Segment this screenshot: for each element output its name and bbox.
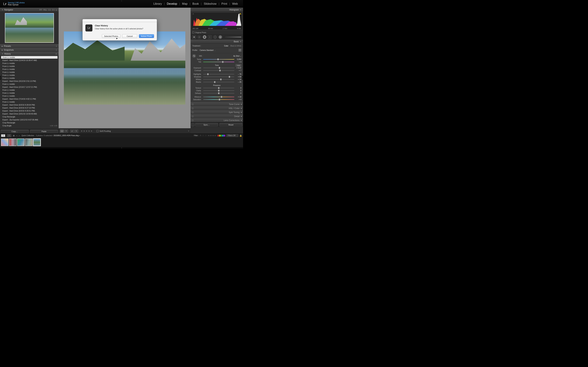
whites-slider[interactable]: [203, 79, 234, 80]
dehaze-value[interactable]: 0: [235, 92, 241, 94]
module-web[interactable]: Web: [230, 2, 240, 5]
secondary-tab-2[interactable]: 2: [7, 134, 11, 137]
module-develop[interactable]: Develop: [165, 2, 179, 5]
vibrance-slider[interactable]: [203, 97, 234, 97]
history-item[interactable]: Export - Hard Drive (12/4/19 10:39:47 AM…: [0, 59, 59, 62]
panel-split-toning[interactable]: Split Toning◀: [190, 110, 243, 114]
history-item[interactable]: From Lr mobile: [0, 74, 59, 77]
panel-hsl-color[interactable]: HSL / Color◀: [190, 106, 243, 110]
filter-color-label[interactable]: [221, 135, 222, 136]
panel-switch-icon[interactable]: [192, 104, 193, 105]
saturation-slider[interactable]: [203, 99, 234, 100]
navigator-mode-more-icon[interactable]: ▸: [56, 9, 57, 11]
history-item[interactable]: Export - Hard Drive (6/3/16 8:27:10 PM): [0, 106, 59, 109]
blacks-slider[interactable]: [203, 82, 234, 82]
history-item[interactable]: From Lr mobile: [0, 68, 59, 71]
texture-value[interactable]: 0: [235, 87, 241, 89]
toolbar-menu-icon[interactable]: ▾: [188, 130, 189, 132]
current-filename[interactable]: 20150912_6555-HDR-Pano.dng: [53, 134, 78, 136]
snapshots-header[interactable]: ▶ Snapshots +: [0, 48, 59, 52]
navigator-mode-1-1[interactable]: 1:1: [48, 9, 51, 11]
ba-swap-button[interactable]: ⇄: [70, 130, 74, 133]
dehaze-slider[interactable]: [203, 93, 234, 93]
filmstrip-thumb[interactable]: [25, 139, 33, 146]
history-item[interactable]: Crop Rectangle: [0, 115, 59, 118]
exposure-value[interactable]: + 0.22: [235, 67, 241, 69]
history-item[interactable]: Export - Zip Exporter (10/12/15 9:07:05 …: [0, 118, 59, 121]
breadcrumb-source[interactable]: Quick Collection: [22, 134, 34, 136]
highlights-slider[interactable]: [203, 74, 234, 75]
profile-value[interactable]: Camera Standard: [200, 49, 214, 51]
highlight-clip-icon[interactable]: [240, 13, 241, 14]
blacks-value[interactable]: – 26: [235, 81, 241, 83]
crop-tool[interactable]: ▦: [192, 35, 196, 39]
treatment-color[interactable]: Color: [224, 45, 228, 47]
module-library[interactable]: Library: [151, 2, 164, 5]
history-item[interactable]: Crop Angle-1.62 -1.62: [0, 124, 59, 127]
right-edge-handle[interactable]: ▸: [242, 76, 243, 80]
main-photo[interactable]: [64, 32, 185, 105]
ba-copy-button[interactable]: ⇅: [74, 130, 78, 133]
histogram-header[interactable]: Histogram ▼: [190, 8, 243, 12]
temp-value[interactable]: 5,050: [235, 58, 241, 60]
filter-color-label[interactable]: [219, 135, 221, 136]
paste-button[interactable]: Paste: [30, 130, 58, 133]
redeye-tool[interactable]: ◉: [203, 35, 206, 39]
panel-switch-icon[interactable]: [192, 120, 193, 121]
tint-value[interactable]: + 4: [235, 61, 241, 63]
history-item[interactable]: From Lr mobile: [0, 89, 59, 92]
filter-color-label[interactable]: [222, 135, 224, 136]
prev-photo-icon[interactable]: ◂: [16, 134, 17, 136]
selected-photos-button[interactable]: Selected Photos: [102, 34, 121, 38]
grid-icon[interactable]: ▦: [13, 134, 15, 136]
history-item[interactable]: Export - Hard Drive (2/13/17 12:57:21 PM…: [0, 86, 59, 89]
navigator-preview[interactable]: [0, 12, 59, 44]
panel-tone-curve[interactable]: Tone Curve◀: [190, 102, 243, 106]
contrast-slider[interactable]: [203, 70, 234, 71]
original-photo-toggle[interactable]: Original Photo: [190, 31, 243, 34]
filmstrip-thumb[interactable]: [33, 139, 41, 146]
panel-switch-icon[interactable]: [192, 112, 193, 113]
before-after-button[interactable]: ⧉: [64, 130, 68, 133]
flag-reject-icon[interactable]: ⚐: [205, 134, 207, 136]
panel-detail[interactable]: Detail◀: [190, 114, 243, 118]
contrast-value[interactable]: + 7: [235, 70, 241, 71]
history-item[interactable]: From Lr mobile: [0, 92, 59, 95]
wb-eyedropper-icon[interactable]: ✎: [192, 54, 196, 58]
filmstrip[interactable]: [0, 137, 243, 147]
secondary-tab-1[interactable]: 1: [1, 134, 5, 137]
active-photo-button[interactable]: Active Photo: [139, 34, 154, 38]
spot-tool[interactable]: ◎: [198, 35, 201, 39]
left-edge-handle[interactable]: ◂: [0, 76, 1, 80]
soft-proofing-toggle[interactable]: Soft Proofing: [96, 130, 111, 132]
clarity-value[interactable]: 0: [235, 90, 241, 92]
brush-tool[interactable]: ●: [219, 35, 222, 39]
filmstrip-thumb[interactable]: [9, 139, 17, 146]
profile-browser-icon[interactable]: [239, 49, 241, 51]
history-item[interactable]: Export - Hard Drive (6/3/16 8:26:51 PM): [0, 109, 59, 112]
presets-header[interactable]: ▶ Presets +: [0, 44, 59, 48]
exposure-slider[interactable]: [203, 68, 234, 68]
highlights-value[interactable]: – 76: [235, 73, 241, 75]
next-photo-icon[interactable]: ▸: [19, 134, 20, 136]
gradient-tool[interactable]: ▯: [208, 35, 212, 39]
filmstrip-thumb[interactable]: [1, 139, 9, 146]
texture-slider[interactable]: [203, 88, 234, 88]
saturation-value[interactable]: + 4: [235, 99, 241, 100]
mask-slider[interactable]: [225, 37, 241, 37]
top-handle[interactable]: ▴: [121, 0, 122, 1]
shadow-clip-icon[interactable]: [192, 13, 194, 14]
history-item[interactable]: From Lr mobile: [0, 95, 59, 98]
panel-lens-corrections[interactable]: Lens Corrections◀: [190, 118, 243, 122]
navigator-mode-2-1[interactable]: 2:1: [52, 9, 55, 11]
module-book[interactable]: Book: [190, 2, 201, 5]
shadows-value[interactable]: + 69: [235, 76, 241, 78]
history-item[interactable]: Crop Rectangle: [0, 121, 59, 124]
plus-icon[interactable]: +: [56, 45, 57, 47]
history-item[interactable]: From Lr mobile: [0, 62, 59, 65]
plus-icon[interactable]: +: [56, 49, 57, 51]
module-print[interactable]: Print: [219, 2, 229, 5]
history-item[interactable]: Export - Hard Drive (6/3/16 8:28:04 PM): [0, 103, 59, 106]
loupe-view-button[interactable]: ▭: [60, 130, 64, 133]
module-slideshow[interactable]: Slideshow: [202, 2, 219, 5]
